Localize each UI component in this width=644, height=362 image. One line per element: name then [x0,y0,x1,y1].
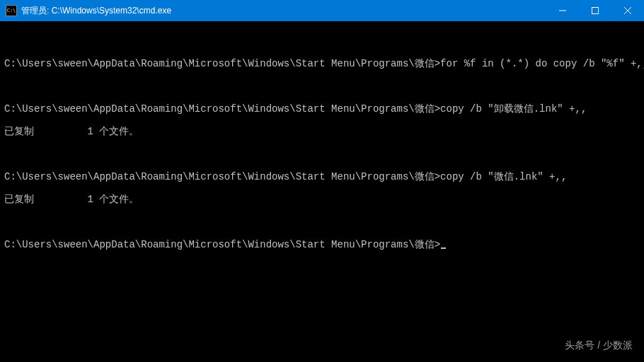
terminal-line: C:\Users\sween\AppData\Roaming\Microsoft… [4,103,640,115]
blank-line [4,148,640,160]
terminal-prompt-line: C:\Users\sween\AppData\Roaming\Microsoft… [4,239,640,250]
terminal-line: 已复制 1 个文件。 [4,126,640,137]
terminal-line: 已复制 1 个文件。 [4,194,640,205]
terminal-line: C:\Users\sween\AppData\Roaming\Microsoft… [4,58,640,69]
maximize-icon [592,7,599,14]
close-icon [624,7,631,14]
terminal-prompt: C:\Users\sween\AppData\Roaming\Microsoft… [4,239,440,250]
blank-line [4,216,640,228]
terminal-line: C:\Users\sween\AppData\Roaming\Microsoft… [4,171,640,182]
minimize-button[interactable] [546,0,579,21]
blank-line [4,35,640,47]
cursor [441,247,446,249]
app-icon: C:\ [6,5,17,16]
maximize-button[interactable] [579,0,611,21]
close-button[interactable] [611,0,644,21]
minimize-icon [559,7,566,14]
blank-line [4,81,640,92]
svg-rect-1 [592,8,599,14]
terminal-output[interactable]: C:\Users\sween\AppData\Roaming\Microsoft… [0,21,644,362]
cmd-window: C:\ 管理员: C:\Windows\System32\cmd.exe C:\… [0,0,644,362]
window-title: 管理员: C:\Windows\System32\cmd.exe [21,5,546,17]
window-controls [546,0,644,21]
titlebar[interactable]: C:\ 管理员: C:\Windows\System32\cmd.exe [0,0,644,21]
